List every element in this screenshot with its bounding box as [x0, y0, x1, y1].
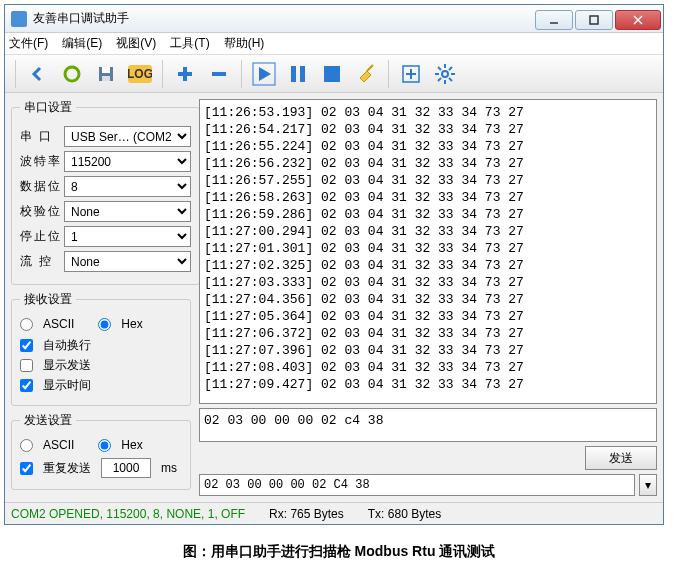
- recv-legend: 接收设置: [20, 291, 76, 308]
- log-icon[interactable]: LOG: [126, 60, 154, 88]
- statusbar: COM2 OPENED, 115200, 8, NONE, 1, OFF Rx:…: [5, 502, 663, 524]
- menu-edit[interactable]: 编辑(E): [62, 35, 102, 52]
- svg-rect-15: [300, 66, 305, 82]
- showsend-checkbox[interactable]: 显示发送: [20, 357, 182, 374]
- remove-icon[interactable]: [205, 60, 233, 88]
- send-legend: 发送设置: [20, 412, 76, 429]
- send-hex-radio[interactable]: Hex: [98, 438, 142, 452]
- svg-rect-7: [102, 76, 110, 81]
- baud-select[interactable]: 115200: [64, 151, 191, 172]
- stopbits-select[interactable]: 1: [64, 226, 191, 247]
- app-icon: [11, 11, 27, 27]
- baud-label: 波特率: [20, 153, 64, 170]
- svg-line-17: [367, 65, 373, 71]
- svg-rect-16: [324, 66, 340, 82]
- check-label: 校验位: [20, 203, 64, 220]
- serial-settings: 串口设置 串 口USB Ser… (COM2 波特率115200 数据位8 校验…: [11, 99, 200, 285]
- settings-icon[interactable]: [431, 60, 459, 88]
- minimize-button[interactable]: [535, 10, 573, 30]
- svg-point-21: [442, 71, 448, 77]
- titlebar: 友善串口调试助手: [5, 5, 663, 33]
- play-icon[interactable]: [250, 60, 278, 88]
- svg-rect-1: [590, 16, 598, 24]
- send-button[interactable]: 发送: [585, 446, 657, 470]
- send-settings: 发送设置 ASCII Hex 重复发送ms: [11, 412, 191, 490]
- close-button[interactable]: [615, 10, 661, 30]
- repeat-checkbox[interactable]: 重复发送ms: [20, 458, 182, 478]
- window-title: 友善串口调试助手: [33, 10, 535, 27]
- menu-view[interactable]: 视图(V): [116, 35, 156, 52]
- right-panel: [11:26:53.193] 02 03 04 31 32 33 34 73 2…: [197, 93, 663, 502]
- app-window: 友善串口调试助手 文件(F) 编辑(E) 视图(V) 工具(T) 帮助(H) L…: [4, 4, 664, 525]
- port-select[interactable]: USB Ser… (COM2: [64, 126, 191, 147]
- menu-file[interactable]: 文件(F): [9, 35, 48, 52]
- port-label: 串 口: [20, 128, 64, 145]
- add-icon[interactable]: [171, 60, 199, 88]
- showtime-checkbox[interactable]: 显示时间: [20, 377, 182, 394]
- stop-label: 停止位: [20, 228, 64, 245]
- status-tx: Tx: 680 Bytes: [368, 507, 441, 521]
- maximize-button[interactable]: [575, 10, 613, 30]
- autowrap-checkbox[interactable]: 自动换行: [20, 337, 182, 354]
- clear-icon[interactable]: [352, 60, 380, 88]
- figure-caption: 图：用串口助手进行扫描枪 Modbus Rtu 通讯测试: [0, 543, 678, 561]
- menu-tools[interactable]: 工具(T): [170, 35, 209, 52]
- menubar: 文件(F) 编辑(E) 视图(V) 工具(T) 帮助(H): [5, 33, 663, 55]
- databits-select[interactable]: 8: [64, 176, 191, 197]
- transmit-textarea[interactable]: 02 03 00 00 00 02 c4 38: [199, 408, 657, 442]
- save-icon[interactable]: [92, 60, 120, 88]
- svg-point-4: [65, 67, 79, 81]
- svg-line-28: [438, 78, 441, 81]
- pause-icon[interactable]: [284, 60, 312, 88]
- svg-line-26: [438, 67, 441, 70]
- svg-line-27: [449, 78, 452, 81]
- flow-label: 流 控: [20, 253, 64, 270]
- receive-textarea[interactable]: [11:26:53.193] 02 03 04 31 32 33 34 73 2…: [199, 99, 657, 404]
- status-connection: COM2 OPENED, 115200, 8, NONE, 1, OFF: [11, 507, 245, 521]
- recv-hex-radio[interactable]: Hex: [98, 317, 142, 331]
- parity-select[interactable]: None: [64, 201, 191, 222]
- serial-legend: 串口设置: [20, 99, 76, 116]
- hex-input[interactable]: [199, 474, 635, 496]
- menu-help[interactable]: 帮助(H): [224, 35, 265, 52]
- svg-rect-14: [291, 66, 296, 82]
- left-panel: 串口设置 串 口USB Ser… (COM2 波特率115200 数据位8 校验…: [5, 93, 197, 502]
- status-rx: Rx: 765 Bytes: [269, 507, 344, 521]
- recv-ascii-radio[interactable]: ASCII: [20, 317, 74, 331]
- refresh-icon[interactable]: [58, 60, 86, 88]
- stop-icon[interactable]: [318, 60, 346, 88]
- toolbar: LOG: [5, 55, 663, 93]
- data-label: 数据位: [20, 178, 64, 195]
- interval-input[interactable]: [101, 458, 151, 478]
- svg-text:LOG: LOG: [128, 67, 152, 81]
- svg-line-29: [449, 67, 452, 70]
- expand-icon[interactable]: [397, 60, 425, 88]
- recv-settings: 接收设置 ASCII Hex 自动换行 显示发送 显示时间: [11, 291, 191, 406]
- send-ascii-radio[interactable]: ASCII: [20, 438, 74, 452]
- flow-select[interactable]: None: [64, 251, 191, 272]
- back-icon[interactable]: [24, 60, 52, 88]
- svg-rect-6: [102, 67, 110, 73]
- dropdown-icon[interactable]: ▾: [639, 474, 657, 496]
